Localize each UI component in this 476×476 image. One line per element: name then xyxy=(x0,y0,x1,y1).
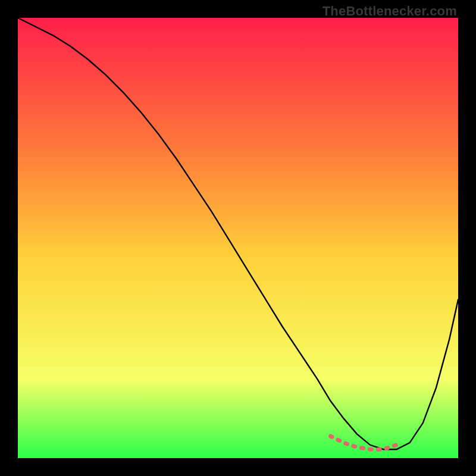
gradient-background xyxy=(18,18,458,458)
watermark-text: TheBottlenecker.com xyxy=(322,4,457,19)
bottleneck-chart xyxy=(18,18,458,458)
chart-frame xyxy=(18,18,458,458)
